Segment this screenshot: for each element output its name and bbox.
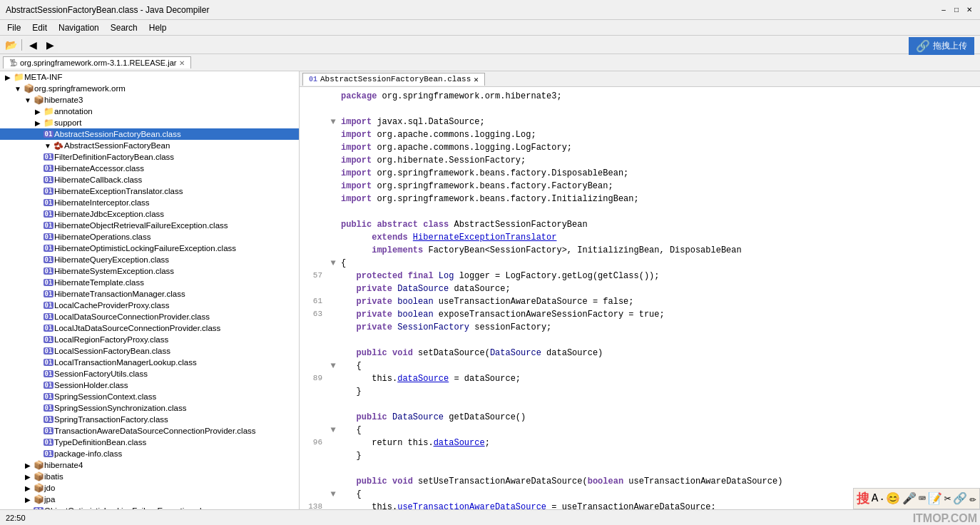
- fold-indicator[interactable]: ▼: [328, 257, 338, 270]
- sougou-icon-emoji[interactable]: 😊: [886, 491, 900, 506]
- menu-item-help[interactable]: Help: [145, 21, 171, 34]
- sougou-icon-dot[interactable]: •: [880, 496, 884, 502]
- tree-node-package-info-class[interactable]: 01package-info.class: [0, 448, 299, 459]
- tree-expand-annotation[interactable]: ▶: [33, 108, 43, 116]
- upload-button[interactable]: 🔗 拖拽上传: [909, 37, 974, 55]
- sougou-icon-a[interactable]: A: [872, 492, 879, 505]
- tree-node-FilterDefinitionFactoryBean-class[interactable]: 01FilterDefinitionFactoryBean.class: [0, 151, 299, 163]
- outer-tab-close[interactable]: ✕: [179, 59, 185, 67]
- code-line: public abstract class AbstractSessionFac…: [300, 218, 980, 231]
- tree-expand-meta-inf[interactable]: ▶: [3, 73, 13, 81]
- tree-expand-hibernate3[interactable]: ▼: [23, 96, 33, 104]
- tree-label-hibernate3: hibernate3: [44, 96, 83, 104]
- tree-node-HibernateQueryException-class[interactable]: 01HibernateQueryException.class: [0, 254, 299, 265]
- code-text: {: [338, 257, 980, 270]
- tree-expand-jpa[interactable]: ▶: [23, 496, 33, 504]
- code-text: protected final Log logger = LogFactory.…: [338, 270, 980, 282]
- menu-item-search[interactable]: Search: [106, 21, 142, 34]
- app-title: AbstractSessionFactoryBean.class - Java …: [6, 5, 209, 15]
- tree-expand-hibernate4[interactable]: ▶: [23, 462, 33, 469]
- tree-node-ObjectOptimisticLockingFailureException-class[interactable]: 01ObjectOptimisticLockingFailureExceptio…: [0, 505, 299, 509]
- tree-node-hibernate4[interactable]: ▶📦hibernate4: [0, 459, 299, 471]
- maximize-button[interactable]: □: [951, 5, 961, 15]
- tree-node-LocalJtaDataSourceConnectionProvider-class[interactable]: 01LocalJtaDataSourceConnectionProvider.c…: [0, 322, 299, 334]
- tree-node-LocalCacheProviderProxy-class[interactable]: 01LocalCacheProviderProxy.class: [0, 300, 299, 311]
- tree-node-LocalDataSourceConnectionProvider-class[interactable]: 01LocalDataSourceConnectionProvider.clas…: [0, 311, 299, 322]
- title-bar: AbstractSessionFactoryBean.class - Java …: [0, 0, 980, 20]
- tree-node-annotation[interactable]: ▶📁annotation: [0, 106, 299, 117]
- tree-node-AbstractSessionFactoryBean-node[interactable]: ▼🫘AbstractSessionFactoryBean: [0, 140, 299, 151]
- tree-node-ibatis[interactable]: ▶📦ibatis: [0, 471, 299, 482]
- tree-node-HibernateTransactionManager-class[interactable]: 01HibernateTransactionManager.class: [0, 288, 299, 300]
- tree-node-TransactionAwareDataSourceConnectionProvider-class[interactable]: 01TransactionAwareDataSourceConnectionPr…: [0, 425, 299, 437]
- sougou-icon-keyboard[interactable]: ⌨: [919, 491, 926, 506]
- tree-node-HibernateOperations-class[interactable]: 01HibernateOperations.class: [0, 231, 299, 243]
- code-text: private SessionFactory sessionFactory;: [338, 321, 980, 334]
- sougou-icon-settings[interactable]: 📝: [928, 491, 942, 506]
- tree-node-HibernateExceptionTranslator-class[interactable]: 01HibernateExceptionTranslator.class: [0, 185, 299, 197]
- tree-node-AbstractSessionFactoryBean-class[interactable]: 01AbstractSessionFactoryBean.class: [0, 128, 299, 140]
- tree-node-SessionHolder-class[interactable]: 01SessionHolder.class: [0, 379, 299, 391]
- tree-icon-AbstractSessionFactoryBean-class: 01: [43, 129, 54, 139]
- sougou-icon-scissors[interactable]: ✂: [944, 491, 951, 506]
- tree-node-HibernateSystemException-class[interactable]: 01HibernateSystemException.class: [0, 265, 299, 277]
- tree-node-HibernateJdbcException-class[interactable]: 01HibernateJdbcException.class: [0, 208, 299, 220]
- fold-indicator[interactable]: ▼: [328, 488, 338, 501]
- fold-indicator: [328, 501, 338, 509]
- close-button[interactable]: ✕: [964, 5, 974, 15]
- tree-expand-ibatis[interactable]: ▶: [23, 473, 33, 481]
- inner-tab-close[interactable]: ✕: [474, 75, 479, 84]
- outer-tab[interactable]: 🗜 org.springframework.orm-3.1.1.RELEASE.…: [3, 56, 191, 68]
- tree-expand-AbstractSessionFactoryBean-node[interactable]: ▼: [43, 142, 53, 150]
- code-line: package org.springframework.orm.hibernat…: [300, 90, 980, 103]
- fold-indicator: [328, 462, 338, 475]
- fold-indicator[interactable]: ▼: [328, 424, 338, 437]
- tree-node-HibernateOptimisticLockingFailureException-class[interactable]: 01HibernateOptimisticLockingFailureExcep…: [0, 243, 299, 254]
- fold-indicator[interactable]: ▼: [328, 360, 338, 372]
- inner-tab[interactable]: 01 AbstractSessionFactoryBean.class ✕: [302, 73, 485, 86]
- tree-node-LocalSessionFactoryBean-class[interactable]: 01LocalSessionFactoryBean.class: [0, 345, 299, 357]
- sougou-icon-pen[interactable]: ✏: [969, 491, 976, 506]
- tree-node-hibernate3[interactable]: ▼📦hibernate3: [0, 94, 299, 106]
- code-text: this.dataSource = dataSource;: [338, 372, 980, 385]
- tree-node-HibernateObjectRetrievalFailureException-class[interactable]: 01HibernateObjectRetrievalFailureExcepti…: [0, 220, 299, 231]
- tree-node-meta-inf[interactable]: ▶📁META-INF: [0, 71, 299, 83]
- toolbar-open-button[interactable]: 📂: [3, 37, 19, 53]
- minimize-button[interactable]: –: [939, 5, 949, 15]
- sougou-icon-link[interactable]: 🔗: [953, 491, 967, 506]
- toolbar-forward-button[interactable]: ▶: [42, 37, 58, 53]
- fold-indicator[interactable]: ▼: [328, 116, 338, 128]
- tree-node-org-spring[interactable]: ▼📦org.springframework.orm: [0, 83, 299, 94]
- sougou-icon-mic[interactable]: 🎤: [902, 491, 917, 506]
- tree-node-HibernateAccessor-class[interactable]: 01HibernateAccessor.class: [0, 163, 299, 174]
- toolbar-back-button[interactable]: ◀: [25, 37, 41, 53]
- tree-node-SpringSessionSynchronization-class[interactable]: 01SpringSessionSynchronization.class: [0, 402, 299, 414]
- code-line: public DataSource getDataSource(): [300, 411, 980, 424]
- menu-item-file[interactable]: File: [3, 21, 25, 34]
- tree-node-SpringTransactionFactory-class[interactable]: 01SpringTransactionFactory.class: [0, 414, 299, 425]
- tree-node-jpa[interactable]: ▶📦jpa: [0, 494, 299, 505]
- menu-item-edit[interactable]: Edit: [28, 21, 51, 34]
- tree-node-LocalRegionFactoryProxy-class[interactable]: 01LocalRegionFactoryProxy.class: [0, 334, 299, 345]
- code-line: public void setDataSource(DataSource dat…: [300, 347, 980, 360]
- tree-node-LocalTransactionManagerLookup-class[interactable]: 01LocalTransactionManagerLookup.class: [0, 357, 299, 368]
- tree-node-jdo[interactable]: ▶📦jdo: [0, 482, 299, 494]
- tree-node-support[interactable]: ▶📁support: [0, 117, 299, 128]
- tree-node-HibernateCallback-class[interactable]: 01HibernateCallback.class: [0, 174, 299, 185]
- tree-expand-org-spring[interactable]: ▼: [13, 85, 23, 93]
- code-text: public void setDataSource(DataSource dat…: [338, 347, 980, 360]
- menu-item-navigation[interactable]: Navigation: [54, 21, 103, 34]
- tree-label-org-spring: org.springframework.orm: [34, 84, 126, 93]
- tree-icon-LocalJtaDataSourceConnectionProvider-class: 01: [43, 323, 54, 333]
- tree-node-HibernateTemplate-class[interactable]: 01HibernateTemplate.class: [0, 277, 299, 288]
- tree-node-HibernateInterceptor-class[interactable]: 01HibernateInterceptor.class: [0, 197, 299, 208]
- tree-node-TypeDefinitionBean-class[interactable]: 01TypeDefinitionBean.class: [0, 437, 299, 448]
- tree-expand-support[interactable]: ▶: [33, 119, 43, 127]
- tree-icon-HibernateQueryException-class: 01: [43, 255, 54, 265]
- status-time: 22:50: [6, 514, 26, 522]
- code-area[interactable]: package org.springframework.orm.hibernat…: [300, 87, 980, 509]
- tree-node-SessionFactoryUtils-class[interactable]: 01SessionFactoryUtils.class: [0, 368, 299, 379]
- tree-icon-HibernateExceptionTranslator-class: 01: [43, 186, 54, 196]
- tree-node-SpringSessionContext-class[interactable]: 01SpringSessionContext.class: [0, 391, 299, 402]
- tree-expand-jdo[interactable]: ▶: [23, 484, 33, 492]
